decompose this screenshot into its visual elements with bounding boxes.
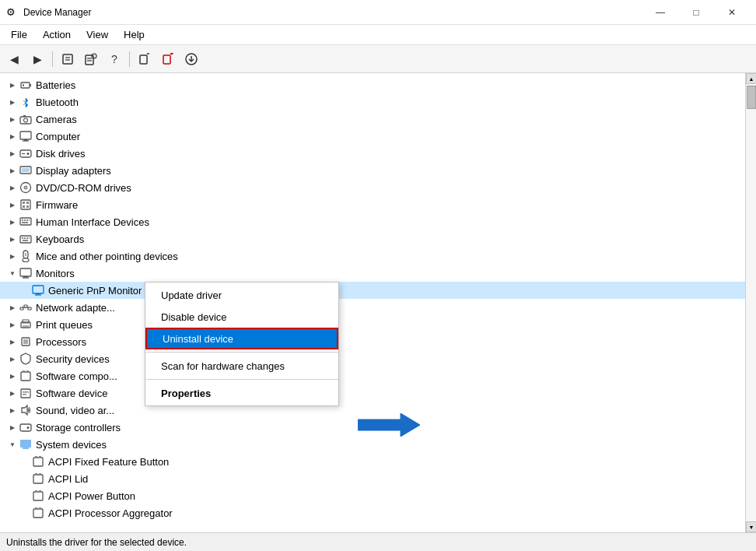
svg-point-6 [92, 54, 96, 58]
processors-label: Processors [36, 336, 86, 348]
tree-item-security-devices[interactable]: ▶ Security devices [0, 350, 745, 367]
device-tree[interactable]: ▶ Batteries ▶ Bluetooth ▶ Cameras ▶ [0, 73, 745, 532]
tree-item-monitors[interactable]: ▼ Monitors [0, 265, 745, 282]
tree-item-computer[interactable]: ▶ Computer [0, 128, 745, 145]
tree-item-network-adapters[interactable]: ▶ Network adapte... [0, 299, 745, 316]
scroll-down-button[interactable]: ▼ [746, 521, 756, 532]
svg-rect-37 [20, 218, 31, 225]
svg-rect-82 [39, 473, 41, 476]
tree-item-human-interface[interactable]: ▶ Human Interface Devices [0, 213, 745, 230]
svg-rect-77 [33, 458, 43, 466]
svg-rect-68 [21, 372, 30, 381]
context-menu-disable-device[interactable]: Disable device [145, 306, 338, 328]
tree-item-cameras[interactable]: ▶ Cameras [0, 111, 745, 128]
security-devices-label: Security devices [36, 353, 110, 365]
cameras-icon [19, 112, 33, 126]
add-button[interactable] [134, 48, 156, 70]
acpi-processor-icon [31, 506, 45, 520]
scroll-up-button[interactable]: ▲ [746, 73, 756, 84]
svg-marker-74 [22, 405, 27, 415]
firmware-icon [19, 198, 33, 212]
svg-rect-46 [26, 237, 28, 239]
svg-rect-88 [39, 507, 41, 510]
help-button[interactable]: ? [103, 48, 125, 70]
svg-rect-21 [20, 132, 31, 139]
tree-item-software-components[interactable]: ▶ Software compo... [0, 367, 745, 384]
svg-rect-72 [23, 391, 29, 393]
generic-pnp-icon [31, 283, 45, 297]
tree-item-bluetooth[interactable]: ▶ Bluetooth [0, 93, 745, 111]
acpi-power-label: ACPI Power Button [48, 490, 135, 502]
svg-rect-79 [39, 456, 41, 458]
tree-item-print-queues[interactable]: ▶ Print queues [0, 316, 745, 333]
svg-rect-75 [20, 424, 31, 431]
menu-view[interactable]: View [79, 26, 116, 44]
scrollbar[interactable]: ▲ ▼ [745, 73, 756, 532]
monitors-icon [19, 266, 33, 280]
menu-bar: File Action View Help [0, 25, 756, 45]
menu-help[interactable]: Help [116, 26, 152, 44]
menu-file[interactable]: File [3, 26, 35, 44]
tree-item-acpi-power[interactable]: ACPI Power Button [0, 487, 745, 504]
download-button[interactable] [180, 48, 202, 70]
sound-video-icon [19, 403, 33, 417]
svg-rect-34 [26, 202, 29, 204]
tree-item-acpi-fixed[interactable]: ACPI Fixed Feature Button [0, 453, 745, 470]
back-button[interactable]: ◀ [3, 48, 25, 70]
remove-button[interactable] [157, 48, 179, 70]
menu-action[interactable]: Action [35, 26, 79, 44]
network-adapters-label: Network adapte... [36, 302, 115, 314]
tree-item-acpi-processor[interactable]: ACPI Processor Aggregator [0, 504, 745, 521]
software-components-icon [19, 369, 33, 383]
context-menu-properties[interactable]: Properties [145, 382, 338, 404]
tree-item-disk-drives[interactable]: ▶ Disk drives [0, 145, 745, 162]
expand-arrow: ▶ [6, 233, 19, 245]
storage-controllers-icon [19, 420, 33, 434]
display-adapters-label: Display adapters [36, 165, 111, 177]
expand-arrow: ▼ [6, 438, 19, 451]
tree-item-display-adapters[interactable]: ▶ Display adapters [0, 162, 745, 179]
tree-item-dvd-drives[interactable]: ▶ DVD/CD-ROM drives [0, 179, 745, 196]
expand-arrow: ▶ [6, 147, 19, 160]
computer-icon [19, 129, 33, 143]
tree-item-processors[interactable]: ▶ Processors [0, 333, 745, 350]
svg-rect-18 [20, 117, 31, 124]
storage-controllers-label: Storage controllers [36, 422, 121, 433]
svg-rect-32 [21, 200, 30, 209]
context-menu-scan-hardware[interactable]: Scan for hardware changes [145, 355, 338, 377]
scrollbar-thumb[interactable] [747, 86, 756, 109]
context-menu-update-driver[interactable]: Update driver [145, 284, 338, 306]
svg-rect-70 [26, 370, 29, 373]
acpi-lid-label: ACPI Lid [48, 473, 88, 485]
maximize-button[interactable]: □ [678, 0, 714, 25]
tree-item-software-devices[interactable]: ▶ Software device [0, 384, 745, 402]
tree-item-acpi-lid[interactable]: ACPI Lid [0, 470, 745, 487]
expand-arrow: ▶ [6, 301, 19, 314]
tree-item-mice[interactable]: ▶ Mice and other pointing devices [0, 247, 745, 265]
network-icon [19, 300, 33, 314]
svg-rect-87 [35, 507, 37, 510]
svg-rect-73 [23, 394, 26, 395]
tree-item-generic-pnp[interactable]: Generic PnP Monitor [0, 282, 745, 299]
minimize-button[interactable]: — [642, 0, 678, 25]
tree-item-keyboards[interactable]: ▶ Keyboards [0, 230, 745, 247]
human-interface-label: Human Interface Devices [36, 216, 149, 228]
forward-button[interactable]: ▶ [26, 48, 48, 70]
svg-rect-53 [23, 276, 28, 278]
acpi-fixed-icon [31, 454, 45, 469]
close-button[interactable]: ✕ [714, 0, 750, 25]
tree-item-firmware[interactable]: ▶ Firmware [0, 196, 745, 213]
tree-item-batteries[interactable]: ▶ Batteries [0, 76, 745, 93]
expand-arrow: ▶ [6, 387, 19, 399]
security-devices-icon [19, 352, 33, 366]
monitors-label: Monitors [36, 268, 75, 279]
context-menu-uninstall-device[interactable]: Uninstall device [145, 328, 338, 349]
properties-button[interactable] [57, 48, 79, 70]
svg-rect-56 [36, 293, 40, 295]
scan-button[interactable] [80, 48, 102, 70]
mice-label: Mice and other pointing devices [36, 251, 178, 262]
expand-arrow: ▶ [6, 216, 19, 228]
svg-rect-48 [23, 240, 28, 241]
status-bar: Uninstalls the driver for the selected d… [0, 532, 756, 551]
acpi-fixed-label: ACPI Fixed Feature Button [48, 456, 169, 468]
